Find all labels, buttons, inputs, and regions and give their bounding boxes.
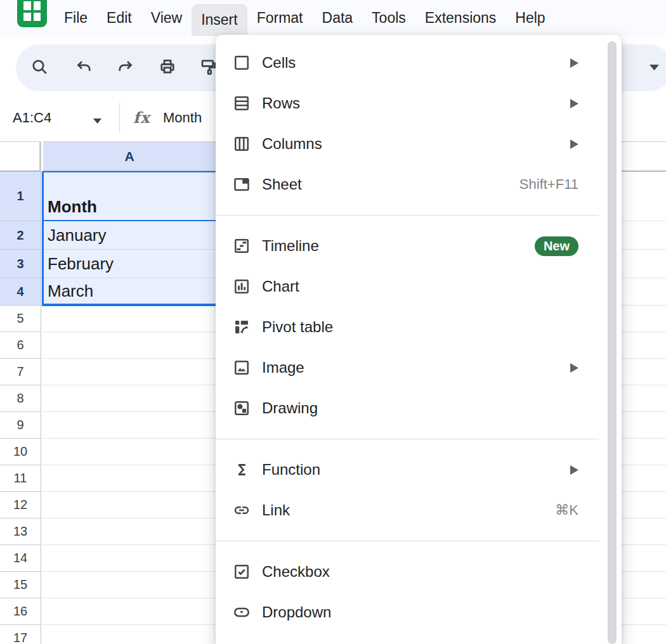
- menubar-item-extensions[interactable]: Extensions: [415, 0, 506, 36]
- row-header-6[interactable]: 6: [0, 332, 41, 359]
- cell-A11[interactable]: [43, 465, 216, 492]
- cell-A13[interactable]: [43, 518, 216, 545]
- cell-partial-4[interactable]: [622, 278, 666, 306]
- cell-partial-5[interactable]: [622, 306, 666, 332]
- menu-bar: FileEditViewInsertFormatDataToolsExtensi…: [55, 0, 555, 36]
- cell-A17[interactable]: [43, 625, 216, 644]
- menubar-item-view[interactable]: View: [141, 0, 192, 36]
- sheet-icon: [232, 175, 251, 194]
- select-all-corner[interactable]: [0, 141, 41, 172]
- undo-icon: [74, 57, 93, 79]
- name-box[interactable]: A1:C4: [13, 94, 51, 141]
- paint-format-icon: [199, 57, 218, 79]
- cell-A2[interactable]: January: [43, 221, 216, 250]
- chart-icon: [232, 277, 251, 296]
- menu-item-dropdown[interactable]: Dropdown: [216, 592, 622, 633]
- cell-partial-14[interactable]: [622, 545, 666, 572]
- cell-A8[interactable]: [43, 385, 216, 412]
- row-header-5[interactable]: 5: [0, 306, 41, 332]
- cell-partial-1[interactable]: [622, 172, 666, 221]
- cell-A14[interactable]: [43, 545, 216, 572]
- cell-partial-12[interactable]: [622, 492, 666, 518]
- cell-partial-15[interactable]: [622, 572, 666, 598]
- active-cell-border: [42, 220, 216, 222]
- cell-A4[interactable]: March: [43, 278, 216, 306]
- menu-item-pivot-table[interactable]: Pivot table: [216, 307, 622, 347]
- sheets-logo-icon[interactable]: [17, 0, 47, 27]
- menu-item-sheet[interactable]: SheetShift+F11: [216, 164, 622, 205]
- row-header-2[interactable]: 2: [0, 221, 41, 250]
- menu-item-link[interactable]: Link⌘K: [216, 490, 622, 531]
- row-header-1[interactable]: 1: [0, 172, 41, 221]
- cell-partial-10[interactable]: [622, 439, 666, 465]
- column-header-A[interactable]: A: [43, 141, 216, 172]
- menu-item-function[interactable]: Function: [216, 449, 622, 490]
- row-header-13[interactable]: 13: [0, 518, 41, 545]
- submenu-arrow-icon: [570, 465, 578, 475]
- name-box-caret-icon[interactable]: [93, 115, 101, 126]
- cell-partial-8[interactable]: [622, 385, 666, 412]
- cell-partial-9[interactable]: [622, 412, 666, 439]
- menu-item-checkbox[interactable]: Checkbox: [216, 551, 622, 592]
- menu-item-drawing[interactable]: Drawing: [216, 388, 622, 428]
- cell-partial-2[interactable]: [622, 221, 666, 250]
- menubar-item-data[interactable]: Data: [313, 0, 363, 36]
- checkbox-icon: [232, 562, 251, 581]
- cell-A15[interactable]: [43, 572, 216, 598]
- cell-partial-6[interactable]: [622, 332, 666, 359]
- menu-item-timeline[interactable]: TimelineNew: [216, 226, 622, 266]
- row-header-9[interactable]: 9: [0, 412, 41, 439]
- menu-item-columns[interactable]: Columns: [216, 124, 622, 164]
- menubar-item-format[interactable]: Format: [247, 0, 313, 36]
- column-header-partial[interactable]: [622, 141, 666, 172]
- menubar-item-edit[interactable]: Edit: [97, 0, 141, 36]
- cell-A10[interactable]: [43, 439, 216, 465]
- cell-A6[interactable]: [43, 332, 216, 359]
- cell-A7[interactable]: [43, 359, 216, 385]
- menubar-item-tools[interactable]: Tools: [362, 0, 415, 36]
- cell-A3[interactable]: February: [43, 250, 216, 278]
- menu-item-label: Drawing: [262, 399, 578, 417]
- undo-button[interactable]: [70, 54, 98, 82]
- row-header-3[interactable]: 3: [0, 250, 41, 278]
- menu-item-rows[interactable]: Rows: [216, 83, 622, 124]
- row-header-12[interactable]: 12: [0, 492, 41, 518]
- redo-button[interactable]: [112, 54, 140, 82]
- menu-item-image[interactable]: Image: [216, 347, 622, 388]
- menubar-item-help[interactable]: Help: [506, 0, 554, 36]
- search-button[interactable]: [25, 54, 53, 82]
- row-header-7[interactable]: 7: [0, 359, 41, 385]
- cell-partial-7[interactable]: [622, 359, 666, 385]
- insert-menu: CellsRowsColumnsSheetShift+F11TimelineNe…: [216, 35, 622, 644]
- menu-item-chart[interactable]: Chart: [216, 266, 622, 307]
- row-header-11[interactable]: 11: [0, 465, 41, 492]
- formula-input[interactable]: Month: [163, 94, 202, 141]
- menu-item-label: Image: [262, 359, 570, 377]
- row-header-16[interactable]: 16: [0, 598, 41, 625]
- cell-partial-16[interactable]: [622, 598, 666, 625]
- partial-column-cells: [622, 172, 666, 644]
- menu-scrollbar[interactable]: [608, 41, 617, 644]
- menu-section: CheckboxDropdown: [216, 541, 622, 643]
- fx-icon: fx: [133, 94, 150, 141]
- cell-partial-11[interactable]: [622, 465, 666, 492]
- cell-partial-3[interactable]: [622, 250, 666, 278]
- menubar-item-insert[interactable]: Insert: [192, 4, 247, 36]
- toolbar-more-button[interactable]: [640, 54, 666, 82]
- cell-partial-17[interactable]: [622, 625, 666, 644]
- cell-A1[interactable]: Month: [43, 172, 216, 221]
- menubar-item-file[interactable]: File: [55, 0, 97, 36]
- row-header-14[interactable]: 14: [0, 545, 41, 572]
- cell-A5[interactable]: [43, 306, 216, 332]
- menu-item-cells[interactable]: Cells: [216, 42, 622, 83]
- cell-A16[interactable]: [43, 598, 216, 625]
- row-header-15[interactable]: 15: [0, 572, 41, 598]
- row-header-17[interactable]: 17: [0, 625, 41, 644]
- print-button[interactable]: [153, 54, 181, 82]
- row-header-10[interactable]: 10: [0, 439, 41, 465]
- cell-A9[interactable]: [43, 412, 216, 439]
- row-header-8[interactable]: 8: [0, 385, 41, 412]
- cell-A12[interactable]: [43, 492, 216, 518]
- row-header-4[interactable]: 4: [0, 278, 41, 306]
- cell-partial-13[interactable]: [622, 518, 666, 545]
